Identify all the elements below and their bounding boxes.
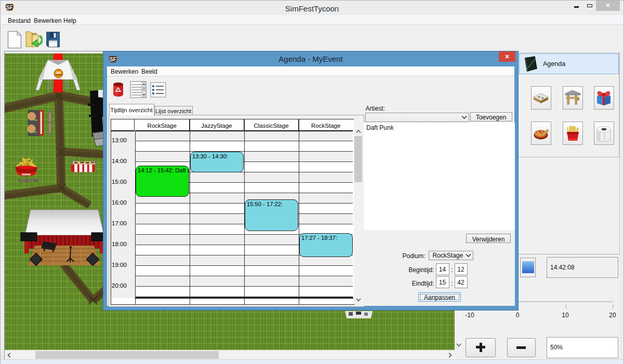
svg-text:SF: SF [56, 71, 61, 74]
